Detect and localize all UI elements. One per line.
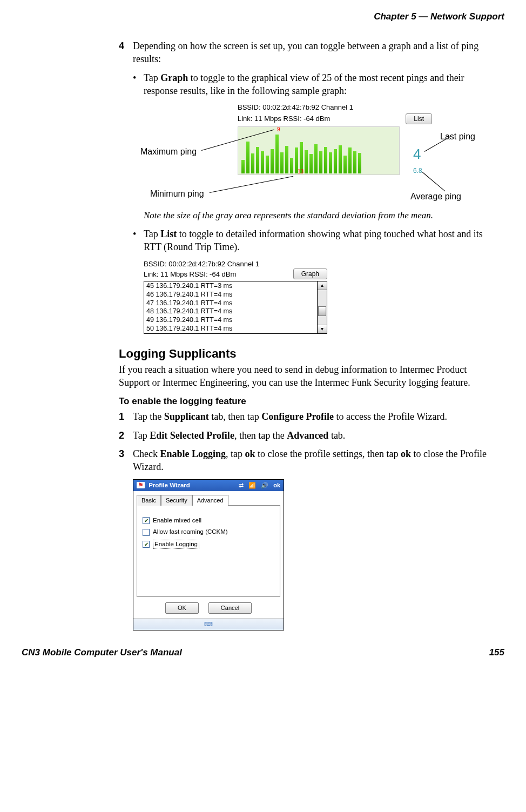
chapter-header: Chapter 5 — Network Support [22, 11, 504, 23]
bullet-body: Tap Graph to toggle to the graphical vie… [144, 71, 499, 98]
scroll-down-icon[interactable]: ▾ [318, 325, 327, 333]
connectivity-icon[interactable]: ⇄ [239, 482, 244, 488]
bar [339, 145, 342, 173]
bullet-mark: • [133, 71, 144, 98]
checkbox-enable-mixed-cell[interactable]: ✔ Enable mixed cell [143, 516, 274, 525]
callout-average-ping: Average ping [410, 191, 461, 203]
bar [305, 150, 308, 173]
logging-step-2: 2 Tap Edit Selected Profile, then tap th… [119, 429, 499, 442]
graph-panel: BSSID: 00:02:2d:42:7b:92 Channel 1 Link:… [238, 102, 432, 175]
bar [334, 149, 337, 173]
bar [280, 152, 284, 173]
bar [314, 144, 318, 173]
bullet-list: • Tap List to toggle to detailed informa… [133, 227, 499, 254]
text: to access the Profile Wizard. [334, 411, 447, 422]
volume-icon[interactable]: 🔊 [261, 482, 268, 488]
graph-button[interactable]: Graph [293, 269, 327, 279]
text: Configure Profile [261, 411, 334, 422]
cancel-dialog-button[interactable]: Cancel [208, 602, 252, 614]
step-body: Tap Edit Selected Profile, then tap the … [133, 429, 499, 442]
step-body: Tap the Supplicant tab, then tap Configu… [133, 410, 499, 423]
scroll-track[interactable] [318, 290, 327, 325]
bar [358, 153, 361, 173]
list-figure: BSSID: 00:02:2d:42:7b:92 Channel 1 Link:… [144, 259, 327, 334]
subheading-enable-logging: To enable the logging feature [119, 395, 499, 408]
bar [261, 151, 264, 173]
bar [319, 151, 322, 173]
callout-maximum-ping: Maximum ping [140, 146, 197, 158]
checkbox-allow-fast-roaming[interactable]: Allow fast roaming (CCKM) [143, 528, 274, 536]
max-marker-value: 9 [277, 126, 280, 133]
graph-figure: BSSID: 00:02:2d:42:7b:92 Channel 1 Link:… [140, 102, 486, 204]
text: Edit Selected Profile [150, 430, 234, 441]
heading-logging-supplicants: Logging Supplicants [119, 346, 499, 362]
dialog-buttons: OK Cancel [133, 600, 284, 618]
last-ping-value: 4 [413, 145, 421, 164]
bar [241, 160, 245, 173]
sip-keyboard-icon[interactable]: ⌨ [133, 618, 284, 630]
tab-advanced[interactable]: Advanced [192, 495, 228, 506]
profile-wizard-window: ⚑ Profile Wizard ⇄ 📶 🔊 ok Basic Security… [133, 479, 284, 630]
list-row: 46 136.179.240.1 RTT=4 ms [146, 291, 315, 299]
text: Check [133, 448, 160, 459]
bullet-list-bold: List [160, 229, 177, 239]
step-body: Depending on how the screen is set up, y… [133, 39, 499, 66]
leader-line [210, 176, 293, 193]
scroll-thumb[interactable] [318, 306, 326, 316]
text: tab, then tap [209, 411, 261, 422]
list-link-line: Link: 11 Mbps RSSI: -64 dBm [144, 270, 236, 279]
checkbox-label: Enable Logging [153, 540, 199, 549]
logging-step-1: 1 Tap the Supplicant tab, then tap Confi… [119, 410, 499, 423]
checkbox-label: Allow fast roaming (CCKM) [153, 528, 228, 536]
scrollbar[interactable]: ▴ ▾ [317, 281, 327, 333]
text: ok [245, 448, 255, 459]
bar [271, 149, 274, 173]
bar [246, 142, 249, 173]
checkbox-label: Enable mixed cell [153, 516, 201, 525]
bullet-mark: • [133, 227, 144, 254]
footer-page-number: 155 [489, 647, 504, 659]
text: ok [401, 448, 411, 459]
step-number: 4 [119, 39, 133, 66]
bar [256, 147, 259, 173]
step-number: 1 [119, 410, 133, 423]
text: Tap [133, 430, 150, 441]
tab-strip: Basic Security Advanced [133, 491, 284, 505]
signal-icon[interactable]: 📶 [248, 482, 256, 488]
list-row: 49 136.179.240.1 RTT=4 ms [146, 316, 315, 325]
text: , then tap the [234, 430, 287, 441]
bar [266, 156, 269, 173]
bullet-graph-bold: Graph [160, 72, 188, 83]
bar [290, 158, 293, 173]
checkbox-enable-logging[interactable]: ✔ Enable Logging [143, 540, 274, 549]
list-button[interactable]: List [406, 113, 432, 124]
avg-ping-value: 6.8 [413, 166, 422, 175]
step4-text: Depending on how the screen is set up, y… [133, 41, 478, 64]
step-4: 4 Depending on how the screen is set up,… [119, 39, 499, 66]
bullet-graph-pre: Tap [144, 72, 160, 83]
bullet-graph-suf: to toggle to the graphical view of 25 of… [144, 72, 464, 96]
graph-bssid-line: BSSID: 00:02:2d:42:7b:92 Channel 1 [238, 103, 432, 112]
tab-basic[interactable]: Basic [137, 495, 161, 506]
ping-list-lines: 45 136.179.240.1 RTT=3 ms 46 136.179.240… [144, 281, 317, 333]
bullet-body: Tap List to toggle to detailed informati… [144, 227, 499, 254]
bullet-list-pre: Tap [144, 229, 160, 239]
graph-link-line: Link: 11 Mbps RSSI: -64 dBm [238, 114, 330, 124]
step-body: Check Enable Logging, tap ok to close th… [133, 447, 499, 474]
bar [324, 147, 327, 173]
graph-note: Note the size of the gray area represent… [144, 210, 499, 222]
bar [275, 135, 279, 173]
scroll-up-icon[interactable]: ▴ [318, 281, 327, 290]
checkbox-icon[interactable]: ✔ [143, 517, 150, 524]
ping-list-box: 45 136.179.240.1 RTT=3 ms 46 136.179.240… [144, 281, 327, 334]
tab-pane-advanced: ✔ Enable mixed cell Allow fast roaming (… [137, 505, 280, 597]
list-row: 47 136.179.240.1 RTT=4 ms [146, 299, 315, 308]
tab-security[interactable]: Security [161, 495, 192, 506]
bar [285, 146, 288, 173]
checkbox-icon[interactable] [143, 529, 150, 536]
ok-button[interactable]: ok [273, 482, 280, 488]
window-flag-icon: ⚑ [137, 482, 145, 488]
ok-dialog-button[interactable]: OK [165, 602, 199, 614]
bar [329, 152, 332, 173]
checkbox-icon[interactable]: ✔ [143, 541, 150, 548]
